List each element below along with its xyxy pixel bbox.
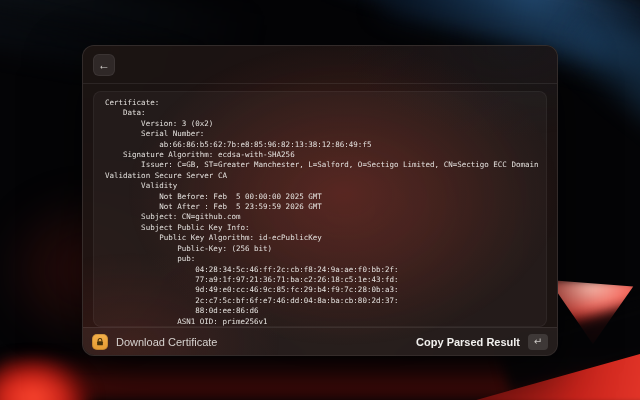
return-key-icon: ↵ <box>528 334 548 350</box>
certificate-line: 2c:c7:5c:bf:6f:e7:46:dd:04:8a:ba:cb:80:2… <box>105 296 535 306</box>
certificate-line: Subject Public Key Info: <box>105 223 535 233</box>
certificate-line: Issuer: C=GB, ST=Greater Manchester, L=S… <box>105 160 535 170</box>
back-arrow-icon: ← <box>98 58 110 72</box>
certificate-line: pub: <box>105 254 535 264</box>
certificate-line: Not Before: Feb 5 00:00:00 2025 GMT <box>105 192 535 202</box>
certificate-line: 88:0d:ee:86:d6 <box>105 306 535 316</box>
certificate-line: Validation Secure Server CA <box>105 171 535 181</box>
certificate-line: Public Key Algorithm: id-ecPublicKey <box>105 233 535 243</box>
lock-icon <box>92 334 108 350</box>
certificate-line: 04:28:34:5c:46:ff:2c:cb:f8:24:9a:ae:f0:b… <box>105 265 535 275</box>
certificate-line: Certificate: <box>105 98 535 108</box>
certificate-line: Public-Key: (256 bit) <box>105 244 535 254</box>
window-header: ← <box>83 46 557 84</box>
certificate-viewer-window: ← Certificate: Data: Version: 3 (0x2) Se… <box>82 45 558 356</box>
certificate-line: Validity <box>105 181 535 191</box>
certificate-line: ab:66:86:b5:62:7b:e8:85:96:82:13:38:12:8… <box>105 140 535 150</box>
certificate-line: ASN1 OID: prime256v1 <box>105 317 535 327</box>
action-bar: Download Certificate Copy Parsed Result … <box>83 327 557 355</box>
copy-parsed-result-label: Copy Parsed Result <box>416 336 520 348</box>
certificate-line: Version: 3 (0x2) <box>105 119 535 129</box>
certificate-line: 77:a9:1f:97:21:36:71:ba:c2:26:18:c5:1e:4… <box>105 275 535 285</box>
certificate-line: Serial Number: <box>105 129 535 139</box>
copy-parsed-result-button[interactable]: Copy Parsed Result ↵ <box>416 334 548 350</box>
certificate-scroll-area[interactable]: Certificate: Data: Version: 3 (0x2) Seri… <box>93 91 547 327</box>
back-button[interactable]: ← <box>93 54 115 76</box>
download-certificate-action[interactable]: Download Certificate <box>92 334 218 350</box>
certificate-line: 9d:49:e0:cc:46:9c:85:fc:29:b4:f9:7c:28:0… <box>105 285 535 295</box>
certificate-line: Signature Algorithm: ecdsa-with-SHA256 <box>105 150 535 160</box>
certificate-line: Data: <box>105 108 535 118</box>
download-certificate-label: Download Certificate <box>116 336 218 348</box>
certificate-line: Not After : Feb 5 23:59:59 2026 GMT <box>105 202 535 212</box>
certificate-line: Subject: CN=github.com <box>105 212 535 222</box>
